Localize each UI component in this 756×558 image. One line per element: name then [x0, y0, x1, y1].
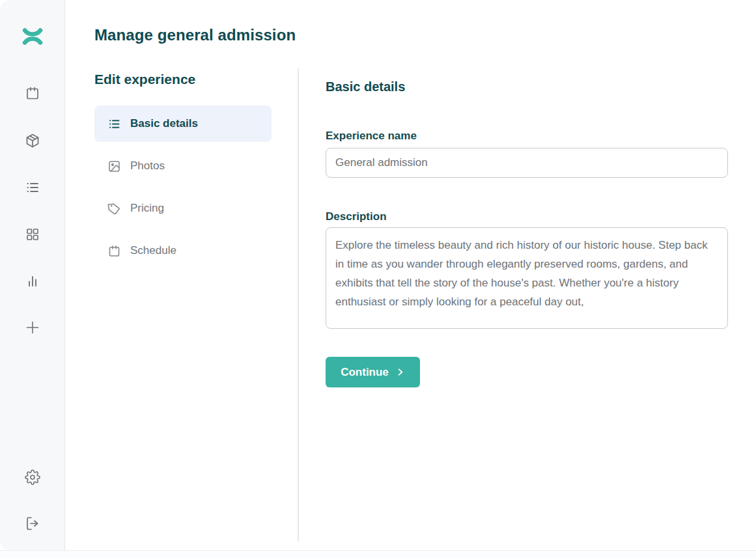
plus-icon[interactable] — [25, 320, 40, 335]
continue-button-label: Continue — [341, 366, 389, 379]
description-textarea[interactable]: Explore the timeless beauty and rich his… — [326, 227, 728, 329]
continue-button[interactable]: Continue — [326, 357, 420, 387]
vertical-divider — [298, 68, 299, 541]
calendar-icon[interactable] — [25, 85, 40, 101]
nav-item-photos[interactable]: Photos — [94, 148, 272, 184]
xola-logo[interactable] — [22, 27, 43, 46]
app-window: Manage general admission Edit experience… — [0, 0, 756, 558]
chevron-right-icon — [395, 367, 405, 377]
bar-chart-icon[interactable] — [25, 273, 40, 289]
experience-name-label: Experience name — [326, 130, 728, 143]
image-icon — [107, 160, 121, 173]
bottom-strip — [0, 550, 756, 558]
nav-item-pricing[interactable]: Pricing — [94, 190, 272, 227]
tag-icon — [107, 202, 121, 216]
sidebar-rail — [0, 0, 65, 550]
grid-icon[interactable] — [25, 227, 40, 242]
list-icon[interactable] — [25, 180, 40, 195]
nav-item-label: Pricing — [130, 202, 164, 215]
description-label: Description — [326, 210, 728, 223]
nav-item-schedule[interactable]: Schedule — [94, 232, 272, 269]
logout-icon[interactable] — [25, 516, 40, 531]
experience-name-input[interactable] — [326, 148, 728, 178]
basic-details-panel: Basic details Experience name Descriptio… — [326, 79, 728, 387]
list-icon — [107, 117, 121, 131]
nav-item-label: Photos — [130, 160, 165, 173]
edit-experience-heading: Edit experience — [94, 72, 272, 87]
edit-experience-nav: Basic details Photos — [94, 105, 272, 269]
nav-item-label: Basic details — [130, 117, 198, 130]
basic-details-heading: Basic details — [326, 79, 728, 94]
nav-item-label: Schedule — [130, 244, 176, 257]
settings-gear-icon[interactable] — [25, 469, 40, 485]
edit-experience-panel: Edit experience Basic details — [94, 72, 272, 275]
package-icon[interactable] — [25, 133, 40, 148]
nav-item-basic-details[interactable]: Basic details — [94, 105, 272, 142]
calendar-icon — [107, 244, 121, 258]
page-title: Manage general admission — [94, 26, 296, 44]
